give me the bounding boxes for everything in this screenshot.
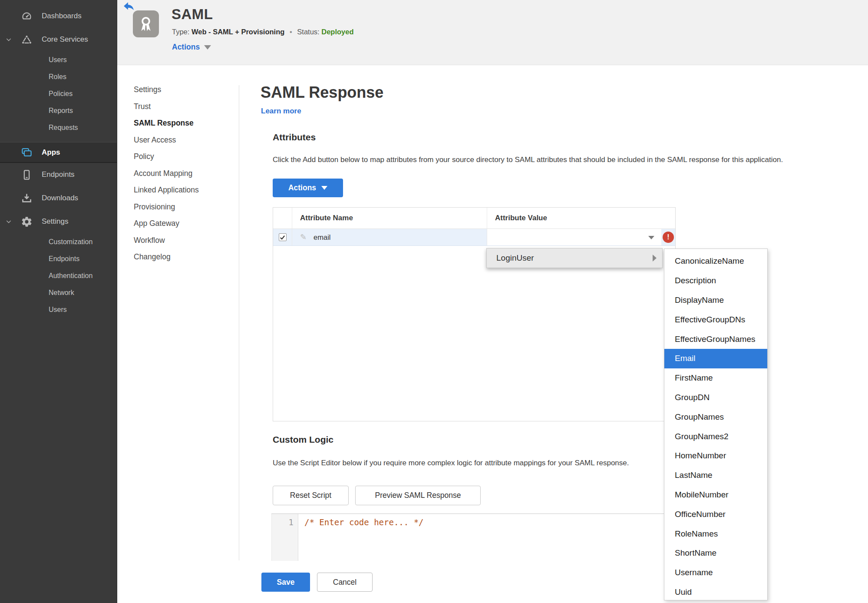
submenu-option[interactable]: CanonicalizeName: [664, 252, 767, 271]
section-nav-label: Linked Applications: [134, 186, 199, 194]
sidebar-item-endpoints-settings[interactable]: Endpoints: [0, 250, 117, 267]
chevron-down-icon[interactable]: [5, 36, 12, 45]
type-label: Type:: [172, 28, 189, 36]
reset-script-button[interactable]: Reset Script: [273, 486, 349, 505]
section-nav-item[interactable]: Trust: [134, 98, 229, 115]
sidebar-item-policies[interactable]: Policies: [0, 85, 117, 102]
chevron-down-icon[interactable]: [5, 218, 12, 227]
section-nav-label: Account Mapping: [134, 169, 192, 178]
sidebar-item-label: Endpoints: [49, 255, 79, 263]
section-nav-label: SAML Response: [134, 119, 194, 127]
submenu-option[interactable]: FirstName: [664, 368, 767, 388]
submenu-option-label: CanonicalizeName: [675, 256, 744, 266]
app-title: SAML: [172, 6, 213, 23]
pencil-edit-icon[interactable]: ✎: [300, 232, 307, 242]
submenu-option[interactable]: LastName: [664, 466, 767, 485]
attributes-heading: Attributes: [273, 132, 316, 142]
sidebar-item-authentication[interactable]: Authentication: [0, 267, 117, 284]
header-error-column: [661, 208, 675, 229]
submenu-option-label: GroupDN: [675, 393, 710, 402]
row-error-cell: !: [661, 229, 675, 245]
submenu-option[interactable]: GroupNames: [664, 407, 767, 427]
sidebar-item-label: Downloads: [42, 194, 78, 202]
editor-code[interactable]: /* Enter code here... */: [304, 517, 424, 527]
submenu-option[interactable]: RoleNames: [664, 524, 767, 543]
sidebar-item-label: Roles: [49, 73, 66, 81]
preview-saml-response-button[interactable]: Preview SAML Response: [355, 486, 481, 505]
row-checkbox[interactable]: [279, 233, 287, 241]
check-icon: [279, 234, 286, 241]
submenu-option[interactable]: GroupDN: [664, 388, 767, 408]
submenu-option[interactable]: Description: [664, 271, 767, 291]
section-nav-item[interactable]: User Access: [134, 132, 229, 149]
section-nav-item[interactable]: Settings: [134, 81, 229, 98]
gauge-icon: [21, 10, 33, 22]
submenu-option[interactable]: HomeNumber: [664, 446, 767, 466]
section-nav-label: Workflow: [134, 236, 165, 245]
table-row[interactable]: ✎ email !: [273, 229, 675, 246]
dropdown-caret-icon[interactable]: [648, 236, 654, 239]
learn-more-link[interactable]: Learn more: [261, 107, 301, 116]
cancel-button[interactable]: Cancel: [317, 573, 373, 592]
section-nav-item[interactable]: Policy: [134, 148, 229, 165]
sidebar: Dashboards Core Services Users Roles Pol…: [0, 0, 117, 603]
submenu-option[interactable]: Email: [664, 349, 767, 368]
sidebar-item-endpoints[interactable]: Endpoints: [0, 163, 117, 186]
sidebar-item-network[interactable]: Network: [0, 284, 117, 301]
download-icon: [21, 192, 33, 204]
submenu-option[interactable]: OfficeNumber: [664, 504, 767, 524]
app-icon: [133, 10, 159, 37]
submenu-option[interactable]: ShortName: [664, 543, 767, 563]
submenu-option-label: Username: [675, 568, 713, 577]
sidebar-item-dashboards[interactable]: Dashboards: [0, 4, 117, 28]
section-nav-item[interactable]: Provisioning: [134, 199, 229, 215]
saml-response-page: Dashboards Core Services Users Roles Pol…: [0, 0, 868, 603]
submenu-option[interactable]: EffectiveGroupDNs: [664, 310, 767, 329]
submenu-option[interactable]: MobileNumber: [664, 485, 767, 505]
section-nav-item[interactable]: Linked Applications: [134, 182, 229, 199]
sidebar-item-users-settings[interactable]: Users: [0, 301, 117, 318]
app-meta: Type: Web - SAML + Provisioning • Status…: [172, 28, 354, 36]
section-nav-item[interactable]: Workflow: [134, 232, 229, 249]
sidebar-item-roles[interactable]: Roles: [0, 68, 117, 85]
attributes-actions-button[interactable]: Actions: [273, 179, 343, 197]
sidebar-item-downloads[interactable]: Downloads: [0, 186, 117, 210]
submenu-option-label: DisplayName: [675, 295, 724, 305]
sidebar-item-users[interactable]: Users: [0, 51, 117, 68]
row-checkbox-cell: [273, 229, 292, 245]
section-nav-item[interactable]: Changelog: [134, 248, 229, 265]
submenu-option-label: GroupNames: [675, 412, 724, 422]
submenu-option[interactable]: DisplayName: [664, 291, 767, 310]
attributes-table: Attribute Name Attribute Value ✎ email !: [273, 207, 676, 421]
back-arrow-icon[interactable]: [123, 2, 135, 11]
submenu-option[interactable]: Uuid: [664, 583, 767, 600]
script-editor[interactable]: 1 /* Enter code here... */: [271, 514, 667, 561]
header-checkbox-column: [273, 208, 292, 229]
sidebar-item-customization[interactable]: Customization: [0, 233, 117, 250]
column-attribute-name: Attribute Name: [292, 208, 487, 229]
save-button[interactable]: Save: [261, 573, 310, 592]
submenu-option[interactable]: Username: [664, 563, 767, 583]
sidebar-item-requests[interactable]: Requests: [0, 119, 117, 136]
submenu-option-label: Email: [675, 354, 696, 363]
sidebar-item-apps[interactable]: Apps: [0, 142, 117, 163]
section-nav-item[interactable]: SAML Response: [134, 115, 229, 132]
submenu-option-label: EffectiveGroupNames: [675, 335, 756, 344]
submenu-arrow-icon: [653, 255, 657, 262]
sidebar-item-settings[interactable]: Settings: [0, 210, 117, 233]
sidebar-item-label: Policies: [49, 90, 73, 98]
sidebar-item-label: Network: [49, 289, 74, 297]
submenu-option[interactable]: EffectiveGroupNames: [664, 329, 767, 349]
submenu-option-label: Description: [675, 276, 716, 285]
sidebar-item-reports[interactable]: Reports: [0, 102, 117, 119]
value-menu-loginuser[interactable]: LoginUser: [486, 248, 663, 268]
header-actions-dropdown[interactable]: Actions: [172, 43, 211, 52]
attribute-value-cell[interactable]: [487, 229, 661, 245]
page-title: SAML Response: [261, 83, 383, 102]
sidebar-item-core-services[interactable]: Core Services: [0, 28, 117, 51]
submenu-option[interactable]: GroupNames2: [664, 427, 767, 446]
section-nav-item[interactable]: App Gateway: [134, 215, 229, 232]
sidebar-item-label: Core Services: [42, 35, 88, 44]
sidebar-item-label: Settings: [42, 217, 68, 226]
section-nav-item[interactable]: Account Mapping: [134, 165, 229, 182]
